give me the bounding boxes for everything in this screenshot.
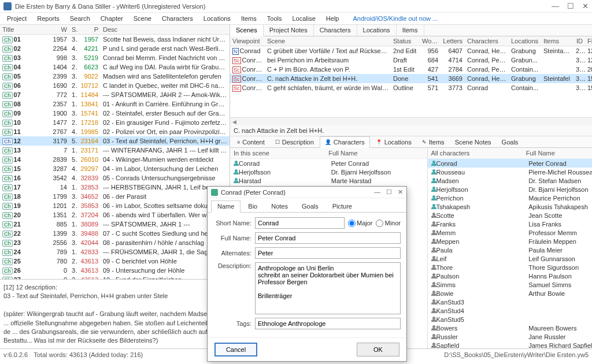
chapter-row[interactable]: Ch08235711384101 - Ankunft in Carrière. … bbox=[0, 99, 230, 109]
col-viewpoint[interactable]: Viewpoint bbox=[230, 36, 265, 46]
chapter-row[interactable]: Ch0399835219Conrad bei Memm. Findet Nach… bbox=[0, 53, 230, 62]
full-name-input[interactable] bbox=[255, 232, 401, 244]
chapter-row[interactable]: Ch061690210712C landet in Quebec, weiter… bbox=[0, 81, 230, 90]
chapter-row[interactable]: Ch04140426623C auf Weg ins DAI. Paula wi… bbox=[0, 62, 230, 72]
chapter-row[interactable]: Ch15328742929704 - im Labor, Untersuchun… bbox=[0, 164, 230, 173]
chapter-row[interactable]: Ch07772111484--- SPÄTSOMMER, JAHR 2 --- … bbox=[0, 90, 230, 99]
character-item[interactable]: BowersMaureen Bowers bbox=[428, 324, 593, 332]
subtab-locations[interactable]: 📍Locations bbox=[371, 136, 416, 147]
scene-row[interactable]: NConradC grübelt über Vorfälle / Text au… bbox=[230, 46, 592, 55]
col-scene[interactable]: Scene bbox=[265, 36, 391, 46]
character-item[interactable]: HerjolfssonDr. Bjarni Herjolfsson bbox=[230, 168, 427, 176]
subtab-items[interactable]: ✎Items bbox=[417, 136, 449, 147]
character-item[interactable]: SapfieldJames Richard Sapfield bbox=[428, 341, 593, 348]
subtab-goals[interactable]: Goals bbox=[497, 136, 523, 147]
scene-row[interactable]: ScConradC. nach Attacke in Zelt bei H+H.… bbox=[230, 74, 592, 83]
menu-scene[interactable]: Scene bbox=[129, 14, 156, 23]
close-button[interactable]: ✕ bbox=[582, 2, 589, 10]
chapter-row[interactable]: Ch11276741998502 - Polizei vor Ort, ein … bbox=[0, 127, 230, 136]
tab-characters[interactable]: Characters bbox=[314, 25, 357, 36]
character-item[interactable]: PerrichonMaurice Perrichon bbox=[428, 194, 593, 202]
menu-help[interactable]: Help bbox=[321, 14, 344, 23]
subtab-characters[interactable]: 👤Characters bbox=[320, 136, 370, 148]
tab-items[interactable]: Items bbox=[397, 25, 424, 36]
tab-locations[interactable]: Locations bbox=[357, 25, 397, 36]
minimize-button[interactable]: — bbox=[552, 2, 559, 10]
chapter-row[interactable]: Ch02226444221P und L sind gerade erst na… bbox=[0, 44, 230, 53]
ok-button[interactable]: OK bbox=[357, 343, 399, 356]
col-letters[interactable]: Letters bbox=[441, 36, 465, 46]
chapter-row[interactable]: Ch21885138089--- SPÄTSOMMER, JAHR 1 --- bbox=[0, 220, 230, 229]
menu-items[interactable]: Items bbox=[236, 14, 261, 23]
chapter-row[interactable]: Ch10147721721802 - Ein grausiger Fund - … bbox=[0, 118, 230, 127]
menu-reports[interactable]: Reports bbox=[32, 14, 64, 23]
chapter-row[interactable]: Ch23255634204408 - parasitenhirn / höhle… bbox=[0, 238, 230, 247]
col-locations[interactable]: Locations bbox=[509, 36, 541, 46]
col-words[interactable]: W bbox=[50, 25, 69, 34]
chapter-row[interactable]: Ch01195731957Scotte hat Beweis, dass Ind… bbox=[0, 35, 230, 44]
character-item[interactable]: RousseauPierre-Michel Rousseau bbox=[428, 168, 593, 176]
character-item[interactable]: TshakapeshApikusis Tshakapesh bbox=[428, 202, 593, 211]
character-item[interactable]: FranksLisa Franks bbox=[428, 220, 593, 228]
col-desc[interactable]: Desc bbox=[101, 25, 230, 34]
tab-scenes[interactable]: Scenes bbox=[230, 25, 264, 36]
subtab-scene-notes[interactable]: Scene Notes bbox=[450, 136, 496, 147]
chapter-row[interactable]: Ch26034361309 - Untersuchung der Höhle bbox=[0, 266, 230, 275]
chapter-row[interactable]: Ch24789142833--- FRÜHSOMMER, JAHR 1, die… bbox=[0, 247, 230, 257]
minor-radio[interactable]: Minor bbox=[376, 220, 401, 227]
major-radio[interactable]: Major bbox=[348, 220, 373, 227]
character-item[interactable]: KanStud4 bbox=[428, 306, 593, 315]
chapter-row[interactable]: Ch14283952601004 - Wikinger-Mumien werde… bbox=[0, 155, 230, 164]
dialog-tab-goals[interactable]: Goals bbox=[295, 200, 325, 212]
character-item[interactable]: KanStud3 bbox=[428, 298, 593, 306]
chapter-list[interactable]: Ch01195731957Scotte hat Beweis, dass Ind… bbox=[0, 35, 230, 279]
maximize-button[interactable]: ☐ bbox=[567, 2, 574, 10]
all-chars-list[interactable]: ConradPeter ConradRousseauPierre-Michel … bbox=[428, 159, 593, 348]
character-item[interactable]: RusslerJane Russler bbox=[428, 332, 593, 341]
character-item[interactable]: ScotteJean Scotte bbox=[428, 211, 593, 220]
col-characters[interactable]: Characters bbox=[465, 36, 509, 46]
menu-search[interactable]: Search bbox=[65, 14, 95, 23]
scene-scrollbar[interactable]: ◀ ▶ bbox=[230, 117, 592, 125]
scene-row[interactable]: ScConradC + P im Büro. Attacke von P.1st… bbox=[230, 65, 592, 74]
alternates-input[interactable] bbox=[255, 247, 401, 259]
chapter-row[interactable]: Ch22139933948807 - C sucht Scottes Siedl… bbox=[0, 229, 230, 238]
menu-tools[interactable]: Tools bbox=[262, 14, 287, 23]
character-item[interactable]: BowieArthur Bowie bbox=[428, 289, 593, 298]
menu-localise[interactable]: Localise bbox=[287, 14, 320, 23]
chapter-row[interactable]: Ch1714132853--- HERBSTBEGINN, JAHR 1, Le… bbox=[0, 183, 230, 192]
dialog-tab-notes[interactable]: Notes bbox=[265, 200, 294, 212]
dialog-maximize-button[interactable]: ☐ bbox=[386, 188, 392, 196]
menu-characters[interactable]: Characters bbox=[157, 14, 198, 23]
character-item[interactable]: ThoreThore Sigurdsson bbox=[428, 263, 593, 272]
menu-chapter[interactable]: Chapter bbox=[96, 14, 128, 23]
col-status[interactable]: Status bbox=[391, 36, 420, 46]
col-progress[interactable]: P bbox=[77, 25, 101, 34]
scene-rows[interactable]: NConradC grübelt über Vorfälle / Text au… bbox=[230, 46, 592, 92]
scroll-left-icon[interactable]: ◀ bbox=[230, 119, 238, 125]
chapter-row[interactable]: Ch05239939022Madsen wird ans Satellitent… bbox=[0, 72, 230, 81]
chapter-row[interactable]: Ch137123171--- WINTERANFANG, JAHR 1 --- … bbox=[0, 146, 230, 155]
chapter-row[interactable]: Ch18179933465206 - der Parasit bbox=[0, 192, 230, 201]
chapter-row[interactable]: Ch16354243283905 - Conrads Untersuchungs… bbox=[0, 173, 230, 183]
character-item[interactable]: LeifLeif Gunnarsson bbox=[428, 254, 593, 263]
scene-row[interactable]: ScConradC geht schlafen, träumt, er würd… bbox=[230, 83, 592, 92]
dialog-tab-bio[interactable]: Bio bbox=[242, 200, 264, 212]
dialog-minimize-button[interactable]: — bbox=[374, 188, 380, 196]
tags-input[interactable] bbox=[255, 318, 401, 329]
menu-locations[interactable]: Locations bbox=[199, 14, 235, 23]
news-link[interactable]: Android/iOS/Kindle out now ... bbox=[348, 14, 442, 23]
col-date[interactable]: File Date bbox=[585, 36, 592, 46]
character-item[interactable]: MadsenDr. Stefan Madsen bbox=[428, 176, 593, 185]
col-words[interactable]: Wor... bbox=[420, 36, 441, 46]
character-item[interactable]: ConradPeter Conrad bbox=[428, 159, 593, 168]
character-item[interactable]: PaulaPaula Meier bbox=[428, 246, 593, 254]
subtab-description[interactable]: ☐Description bbox=[271, 136, 319, 147]
character-item[interactable]: SimmsSamuel Simms bbox=[428, 280, 593, 289]
dialog-title-bar[interactable]: Conrad (Peter Conrad) — ☐ ✕ bbox=[208, 187, 406, 198]
chapter-row[interactable]: Ch27024361310 - Fund der Eiszeitleichen bbox=[0, 275, 230, 279]
character-item[interactable]: HarstadMarte Harstad bbox=[230, 176, 427, 185]
chapter-row[interactable]: Ch09190031574102 - Steintafel, erster Be… bbox=[0, 109, 230, 118]
character-item[interactable]: KanStud5 bbox=[428, 315, 593, 324]
cancel-button[interactable]: Cancel bbox=[214, 343, 257, 356]
